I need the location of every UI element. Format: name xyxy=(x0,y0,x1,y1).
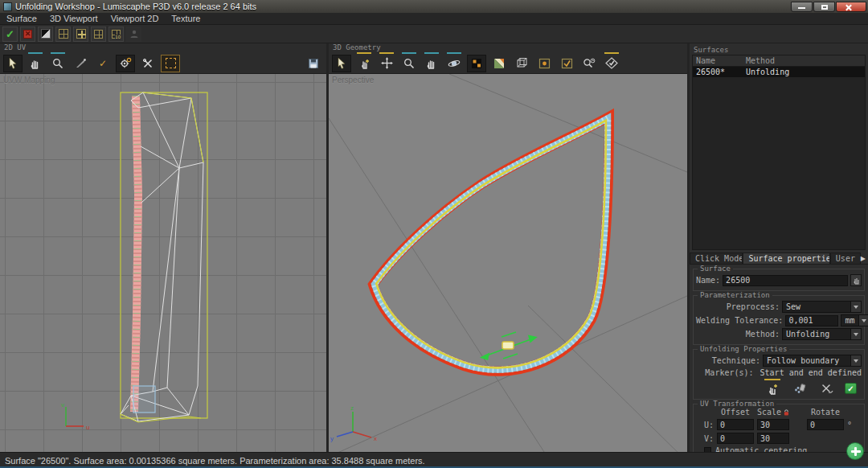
u-row-label: U: xyxy=(699,421,714,429)
chevron-down-icon xyxy=(858,315,868,326)
group-unfolding-title: Unfolding Properties xyxy=(698,345,789,353)
move-cross-icon[interactable] xyxy=(377,55,396,72)
menu-3d-viewport[interactable]: 3D Viewport xyxy=(43,13,104,24)
group-parameterization-title: Parameterization xyxy=(698,291,772,299)
group-uv-transformation: UV Transformation Offset Scale Rotate U: xyxy=(693,404,865,452)
uv-axis-u-label: u xyxy=(86,424,89,431)
validate-check-icon[interactable]: ✓ xyxy=(2,27,18,42)
surface-properties-pane: Surface Name: Parameterization Preproces… xyxy=(690,265,868,452)
degree-symbol: ° xyxy=(847,421,857,429)
method-dropdown[interactable]: Unfolding xyxy=(782,328,862,340)
zoom-magnifier-icon[interactable] xyxy=(399,55,419,72)
chevron-down-icon xyxy=(850,329,861,339)
zoom-magnifier-icon[interactable] xyxy=(48,55,68,72)
welding-unit-value: mm xyxy=(841,316,858,325)
surface-row-selected[interactable]: 26500* Unfolding xyxy=(693,67,865,77)
grid-overlay-icon[interactable] xyxy=(91,27,106,42)
tab-surface-properties[interactable]: Surface properties xyxy=(743,252,829,264)
group-surface: Surface Name: xyxy=(693,269,865,291)
select-cursor-icon[interactable] xyxy=(332,55,351,72)
menu-surface[interactable]: Surface xyxy=(0,13,43,24)
zoom-history-icon[interactable] xyxy=(579,55,599,72)
u-offset-input[interactable] xyxy=(717,419,754,430)
pan-hand-icon[interactable] xyxy=(26,55,45,72)
surface-name-input[interactable] xyxy=(723,275,848,286)
add-marker-hand-icon[interactable] xyxy=(763,380,782,396)
markers-valid-check-icon[interactable]: ✓ xyxy=(845,383,857,394)
title-bar: Unfolding Workshop - Lumiscaphe P3D v6.0… xyxy=(0,0,868,13)
select-surface-icon[interactable] xyxy=(534,55,554,72)
axis-z-label: z xyxy=(350,404,354,412)
save-disk-icon[interactable] xyxy=(304,55,323,72)
gear-settings-icon[interactable] xyxy=(116,55,135,72)
validate-badge-icon[interactable]: ✓ xyxy=(93,55,113,72)
user-icon xyxy=(126,27,141,42)
cut-tool-icon[interactable] xyxy=(71,55,90,72)
preprocess-value: Sew xyxy=(783,302,850,311)
markers-status: Start and end defined xyxy=(760,368,862,377)
wireframe-cube-icon[interactable] xyxy=(512,55,531,72)
surfaces-list[interactable]: Name Method 26500* Unfolding xyxy=(692,55,866,250)
technique-value: Follow boundary xyxy=(764,356,850,365)
select-cursor-icon[interactable] xyxy=(3,55,23,72)
app-icon xyxy=(3,2,12,11)
viewport-3d-label: Perspective xyxy=(332,76,374,84)
rotate-input[interactable] xyxy=(807,419,844,430)
main-toolbar: ✓ ✕ 10 xyxy=(0,25,868,43)
panel-3d-geometry: 3D Geometry xyxy=(329,43,687,452)
chevron-down-icon xyxy=(850,355,861,366)
shaded-mode-icon[interactable] xyxy=(467,55,486,72)
tab-click-mode[interactable]: Click Mode xyxy=(690,252,743,264)
v-offset-input[interactable] xyxy=(717,433,754,444)
uv-mesh-overlay: v u xyxy=(0,74,326,452)
abort-icon[interactable]: ✕ xyxy=(20,27,35,42)
pick-surface-button[interactable] xyxy=(850,274,862,286)
technique-dropdown[interactable]: Follow boundary xyxy=(763,355,862,367)
u-scale-input[interactable] xyxy=(757,419,789,430)
column-name: Name xyxy=(693,55,743,66)
viewport-3d[interactable]: Perspective xyxy=(329,74,687,452)
method-label: Method: xyxy=(696,330,780,339)
close-button[interactable] xyxy=(836,2,866,12)
minimize-button[interactable] xyxy=(791,2,813,12)
status-text: Surface "26500". Surface area: 0.0013536… xyxy=(5,456,425,466)
minimize-icon xyxy=(798,7,805,9)
erase-markers-icon[interactable] xyxy=(790,380,809,396)
repair-tools-icon[interactable] xyxy=(138,55,158,72)
v-row-label: V: xyxy=(699,434,714,443)
tab-scroll-arrow[interactable]: ▶ xyxy=(861,255,868,264)
menu-texture[interactable]: Texture xyxy=(165,13,207,24)
grid-icon[interactable] xyxy=(55,27,71,42)
window-title: Unfolding Workshop - Lumiscaphe P3D v6.0… xyxy=(15,2,256,11)
surfaces-title: Surfaces xyxy=(692,45,866,55)
method-value: Unfolding xyxy=(783,330,850,339)
toolbar-3d xyxy=(329,53,687,74)
grid-cross-icon[interactable] xyxy=(73,27,88,42)
maximize-button[interactable] xyxy=(813,2,835,12)
marquee-select-icon[interactable] xyxy=(161,55,180,72)
grid-10-icon[interactable]: 10 xyxy=(108,27,124,42)
geometry-3d-overlay: z x y xyxy=(329,74,687,452)
validate-box-icon[interactable] xyxy=(557,55,576,72)
tab-user-text[interactable]: User text: xyxy=(830,252,861,264)
menu-viewport-2d[interactable]: Viewport 2D xyxy=(104,13,166,24)
validate-diamond-icon[interactable] xyxy=(602,55,621,72)
markers-label: Marker(s): xyxy=(705,368,753,377)
welding-tolerance-input[interactable] xyxy=(785,315,838,326)
orbit-icon[interactable] xyxy=(444,55,464,72)
black-white-preview-icon[interactable] xyxy=(38,27,53,42)
notification-bubble[interactable] xyxy=(846,442,864,460)
preprocess-dropdown[interactable]: Sew xyxy=(782,301,862,313)
v-scale-input[interactable] xyxy=(757,433,789,444)
marker-tool-row: ✓ xyxy=(696,379,862,396)
properties-tabs: Click Mode Surface properties User text:… xyxy=(690,252,868,265)
viewport-2d[interactable]: UVW Mapping xyxy=(0,74,326,452)
welding-unit-dropdown[interactable]: mm xyxy=(841,314,868,326)
axis-y-label: y xyxy=(330,435,334,442)
panel-right: Surfaces Name Method 26500* Unfolding Cl… xyxy=(690,43,868,452)
status-bar: Surface "26500". Surface area: 0.0013536… xyxy=(0,452,868,468)
pick-hand-icon[interactable] xyxy=(354,55,374,72)
clean-tools-icon[interactable] xyxy=(817,380,837,396)
pan-hand-icon[interactable] xyxy=(422,55,441,72)
textured-mode-icon[interactable] xyxy=(489,55,509,72)
